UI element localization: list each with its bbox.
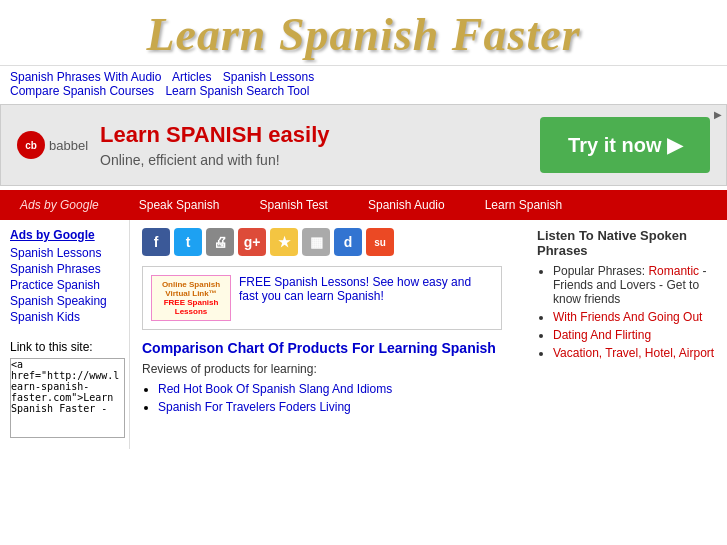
vacation-link[interactable]: Vacation, Travel, Hotel, Airport xyxy=(553,346,714,360)
link-to-site-section: Link to this site: <a href="http://www.l… xyxy=(10,340,119,441)
sidebar-link-practice[interactable]: Practice Spanish xyxy=(10,278,119,292)
ad-sub-text: Online, efficient and with fun! xyxy=(100,152,540,168)
center-content: f t 🖨 g+ ★ ▦ d su Online Spanish Virtual… xyxy=(130,220,527,449)
ad-indicator: ▶ xyxy=(714,109,722,120)
list-item: Vacation, Travel, Hotel, Airport xyxy=(553,346,717,360)
try-now-button[interactable]: Try it now ▶ xyxy=(540,117,710,173)
nav-articles[interactable]: Articles xyxy=(172,70,211,84)
right-sidebar: Listen To Native Spoken Phrases Popular … xyxy=(527,220,727,449)
dating-link[interactable]: Dating And Flirting xyxy=(553,328,651,342)
link-code-textarea[interactable]: <a href="http://www.learn-spanish-faster… xyxy=(10,358,125,438)
red-nav-speak[interactable]: Speak Spanish xyxy=(119,190,240,220)
delicious-icon[interactable]: d xyxy=(334,228,362,256)
promo-image-subtitle: FREE Spanish Lessons xyxy=(156,298,226,316)
nav-lessons[interactable]: Spanish Lessons xyxy=(223,70,314,84)
promo-text: FREE Spanish Lessons! See how easy and f… xyxy=(239,275,493,303)
comparison-item-0[interactable]: Red Hot Book Of Spanish Slang And Idioms xyxy=(158,382,392,396)
grid-icon[interactable]: ▦ xyxy=(302,228,330,256)
stumbleupon-icon[interactable]: su xyxy=(366,228,394,256)
nav-search-tool[interactable]: Learn Spanish Search Tool xyxy=(165,84,309,98)
sidebar-ads-label: Ads by Google xyxy=(10,228,119,242)
ad-text-part2: easily xyxy=(262,122,329,147)
promo-image: Online Spanish Virtual Link™ FREE Spanis… xyxy=(151,275,231,321)
site-header: Learn Spanish Faster xyxy=(0,0,727,66)
list-item: Red Hot Book Of Spanish Slang And Idioms xyxy=(158,382,515,396)
promo-image-title: Online Spanish Virtual Link™ xyxy=(156,280,226,298)
ad-text: Learn SPANISH easily Online, efficient a… xyxy=(100,122,540,168)
romantic-link[interactable]: Romantic xyxy=(648,264,699,278)
nav-phrases-audio[interactable]: Spanish Phrases With Audio xyxy=(10,70,161,84)
red-nav-ads[interactable]: Ads by Google xyxy=(0,190,119,220)
ad-banner: ▶ cb babbel Learn SPANISH easily Online,… xyxy=(0,104,727,186)
nav-row-1: Spanish Phrases With Audio Articles Span… xyxy=(10,70,717,84)
comparison-heading: Comparison Chart Of Products For Learnin… xyxy=(142,340,515,356)
ad-text-part1: Learn xyxy=(100,122,166,147)
left-sidebar: Ads by Google Spanish Lessons Spanish Ph… xyxy=(0,220,130,449)
main-content: Ads by Google Spanish Lessons Spanish Ph… xyxy=(0,220,727,449)
twitter-icon[interactable]: t xyxy=(174,228,202,256)
babbel-icon: cb xyxy=(17,131,45,159)
sidebar-link-phrases[interactable]: Spanish Phrases xyxy=(10,262,119,276)
nav-compare[interactable]: Compare Spanish Courses xyxy=(10,84,154,98)
nav-links: Spanish Phrases With Audio Articles Span… xyxy=(0,66,727,100)
list-item: Popular Phrases: Romantic - Friends and … xyxy=(553,264,717,306)
favorites-icon[interactable]: ★ xyxy=(270,228,298,256)
list-item: With Friends And Going Out xyxy=(553,310,717,324)
ad-text-highlight: SPANISH xyxy=(166,122,262,147)
red-nav-test[interactable]: Spanish Test xyxy=(239,190,348,220)
friends-going-out-link[interactable]: With Friends And Going Out xyxy=(553,310,702,324)
sidebar-link-kids[interactable]: Spanish Kids xyxy=(10,310,119,324)
red-nav-bar: Ads by Google Speak Spanish Spanish Test… xyxy=(0,190,727,220)
sidebar-link-lessons[interactable]: Spanish Lessons xyxy=(10,246,119,260)
babbel-name: babbel xyxy=(49,138,88,153)
comparison-heading-link[interactable]: Comparison Chart Of Products For Learnin… xyxy=(142,340,496,356)
sidebar-link-speaking[interactable]: Spanish Speaking xyxy=(10,294,119,308)
google-plus-icon[interactable]: g+ xyxy=(238,228,266,256)
comparison-item-1[interactable]: Spanish For Travelers Foders Living xyxy=(158,400,351,414)
right-sidebar-list: Popular Phrases: Romantic - Friends and … xyxy=(537,264,717,360)
red-nav-learn[interactable]: Learn Spanish xyxy=(465,190,582,220)
comparison-list: Red Hot Book Of Spanish Slang And Idioms… xyxy=(158,382,515,414)
list-item: Spanish For Travelers Foders Living xyxy=(158,400,515,414)
site-title: Learn Spanish Faster xyxy=(10,8,717,61)
ad-main-text: Learn SPANISH easily xyxy=(100,122,540,148)
babbel-logo: cb babbel xyxy=(17,131,88,159)
nav-row-2: Compare Spanish Courses Learn Spanish Se… xyxy=(10,84,717,98)
right-sidebar-heading: Listen To Native Spoken Phrases xyxy=(537,228,717,258)
print-icon[interactable]: 🖨 xyxy=(206,228,234,256)
popular-phrases-label: Popular Phrases: xyxy=(553,264,645,278)
comparison-section: Comparison Chart Of Products For Learnin… xyxy=(142,340,515,414)
list-item: Dating And Flirting xyxy=(553,328,717,342)
link-to-site-label: Link to this site: xyxy=(10,340,119,354)
comparison-intro: Reviews of products for learning: xyxy=(142,362,515,376)
facebook-icon[interactable]: f xyxy=(142,228,170,256)
red-nav-audio[interactable]: Spanish Audio xyxy=(348,190,465,220)
promo-box: Online Spanish Virtual Link™ FREE Spanis… xyxy=(142,266,502,330)
social-icons-row: f t 🖨 g+ ★ ▦ d su xyxy=(142,228,515,256)
promo-link[interactable]: FREE Spanish Lessons! See how easy and f… xyxy=(239,275,471,303)
